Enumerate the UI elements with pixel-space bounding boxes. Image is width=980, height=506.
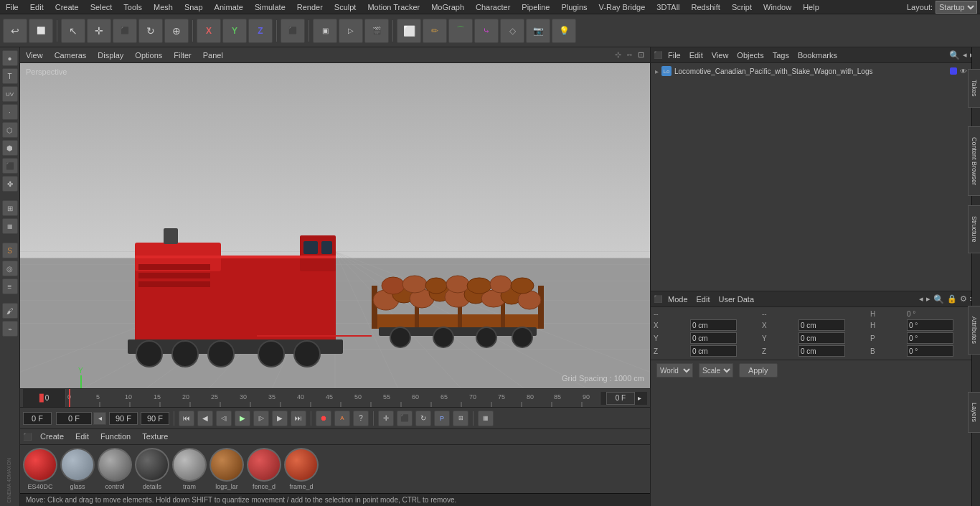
viewport-icon-2[interactable]: ↔ xyxy=(626,50,633,60)
structure-tab[interactable]: Structure xyxy=(968,205,980,253)
coord-x-pos2-input[interactable] xyxy=(798,319,845,331)
menu-script[interactable]: Script xyxy=(726,1,758,13)
redo-button[interactable]: ⬜ xyxy=(29,19,53,43)
coord-h-input[interactable] xyxy=(907,319,953,331)
attr-settings-icon[interactable]: ⚙ xyxy=(960,294,967,304)
coord-x-pos-input[interactable] xyxy=(690,319,737,331)
pauto-key-button[interactable]: P xyxy=(434,411,450,426)
viewport-menu-filter[interactable]: Filter xyxy=(171,50,194,61)
coord-b-input[interactable] xyxy=(907,345,953,357)
menu-pipeline[interactable]: Pipeline xyxy=(516,1,555,13)
material-item-2[interactable]: control xyxy=(98,448,132,490)
objects-collapse-icon[interactable]: ◂ xyxy=(963,50,967,60)
rotate-tool-button[interactable]: ↻ xyxy=(138,19,163,43)
camera-button[interactable]: 📷 xyxy=(526,19,550,43)
menu-motion-tracker[interactable]: Motion Tracker xyxy=(362,1,425,13)
transform-tool-button[interactable]: ⊕ xyxy=(164,19,189,43)
menu-animate[interactable]: Animate xyxy=(209,1,249,13)
menu-mesh[interactable]: Mesh xyxy=(148,1,179,13)
coord-p-input[interactable] xyxy=(907,332,953,344)
menu-plugins[interactable]: Plugins xyxy=(555,1,593,13)
object-mode-button[interactable]: ⬛ xyxy=(281,19,305,43)
mode-btn-1[interactable]: ● xyxy=(2,50,18,66)
objects-search-icon[interactable]: 🔍 xyxy=(949,50,960,60)
obj-menu-file[interactable]: File xyxy=(665,50,684,61)
grid-btn[interactable]: ▦ xyxy=(2,218,18,234)
viewport-menu-view[interactable]: View xyxy=(23,50,46,61)
timeline-end-btn[interactable]: ▸ xyxy=(638,394,641,402)
prev-key-button[interactable]: ◁| xyxy=(216,411,232,426)
menu-mograph[interactable]: MoGraph xyxy=(425,1,470,13)
obj-menu-tags[interactable]: Tags xyxy=(770,50,792,61)
solo-btn[interactable]: S xyxy=(2,243,18,258)
frame-arrow-left[interactable]: ◂ xyxy=(93,412,106,425)
viewport-menu-cameras[interactable]: Cameras xyxy=(52,50,90,61)
mat-menu-create[interactable]: Create xyxy=(37,431,67,442)
mode-btn-7[interactable]: ⬛ xyxy=(2,158,18,174)
record-button[interactable]: ⏺ xyxy=(316,411,331,426)
undo-button[interactable]: ↩ xyxy=(3,19,27,43)
menu-window[interactable]: Window xyxy=(758,1,797,13)
mode-btn-5[interactable]: ⬡ xyxy=(2,122,18,138)
x-axis-button[interactable]: X xyxy=(197,19,221,43)
obj-menu-view[interactable]: View xyxy=(709,50,732,61)
scale-tool-button[interactable]: ⬛ xyxy=(113,19,137,43)
menu-simulate[interactable]: Simulate xyxy=(249,1,291,13)
menu-character[interactable]: Character xyxy=(470,1,516,13)
deformer-button[interactable]: ⤷ xyxy=(474,19,499,43)
scale-keys-button[interactable]: ⬛ xyxy=(397,411,413,426)
timeline-current-frame[interactable] xyxy=(606,392,635,405)
frame-current-input[interactable] xyxy=(56,412,92,425)
obj-expand-icon[interactable]: ▸ xyxy=(655,67,659,75)
material-item-5[interactable]: logs_lar xyxy=(209,448,244,490)
y-axis-button[interactable]: Y xyxy=(222,19,247,43)
pen-button[interactable]: ✏ xyxy=(423,19,447,43)
obj-visibility-icon[interactable]: 👁 xyxy=(960,67,967,75)
layer-btn[interactable]: ≡ xyxy=(2,278,18,294)
menu-redshift[interactable]: Redshift xyxy=(686,1,726,13)
mode-btn-3[interactable]: UV xyxy=(2,86,18,102)
viewport-canvas[interactable]: X Y Z Perspective Grid Spacing : 1000 cm xyxy=(20,63,650,388)
paint-btn[interactable]: 🖌 xyxy=(2,303,18,319)
coord-y-pos-input[interactable] xyxy=(690,332,737,344)
menu-edit[interactable]: Edit xyxy=(24,1,50,13)
menu-file[interactable]: File xyxy=(0,1,24,13)
takes-tab[interactable]: Takes xyxy=(968,69,980,108)
spline-button[interactable]: ⌒ xyxy=(448,19,473,43)
viewport-icon-3[interactable]: ⊡ xyxy=(638,50,644,60)
menu-create[interactable]: Create xyxy=(50,1,85,13)
rotate-keys-button[interactable]: ↻ xyxy=(415,411,431,426)
next-key-button[interactable]: |▷ xyxy=(253,411,269,426)
menu-vray[interactable]: V-Ray Bridge xyxy=(593,1,651,13)
viewport-menu-panel[interactable]: Panel xyxy=(200,50,226,61)
sculpt-btn[interactable]: ⌁ xyxy=(2,321,18,337)
obj-menu-objects[interactable]: Objects xyxy=(734,50,766,61)
mode-btn-8[interactable]: ✤ xyxy=(2,176,18,192)
obj-menu-edit[interactable]: Edit xyxy=(687,50,706,61)
material-item-3[interactable]: details xyxy=(135,448,169,490)
menu-help[interactable]: Help xyxy=(797,1,825,13)
z-axis-button[interactable]: Z xyxy=(248,19,273,43)
nurbs-button[interactable]: ◇ xyxy=(500,19,524,43)
viewport-icon-1[interactable]: ⊹ xyxy=(615,50,621,60)
material-item-1[interactable]: glass xyxy=(60,448,95,490)
keyframe-all-button[interactable]: ⊞ xyxy=(453,411,468,426)
light-button[interactable]: 💡 xyxy=(552,19,576,43)
attr-menu-userdata[interactable]: User Data xyxy=(716,294,758,305)
goto-start-button[interactable]: ⏮ xyxy=(179,411,194,426)
mode-btn-4[interactable]: · xyxy=(2,104,18,120)
content-browser-tab[interactable]: Content Browser xyxy=(968,126,980,196)
move-tool-button[interactable]: ✛ xyxy=(87,19,111,43)
mat-menu-texture[interactable]: Texture xyxy=(139,431,171,442)
layers-tab[interactable]: Layers xyxy=(968,392,980,433)
frame-end-input-1[interactable] xyxy=(109,412,138,425)
obj-menu-bookmarks[interactable]: Bookmarks xyxy=(795,50,840,61)
menu-sculpt[interactable]: Sculpt xyxy=(329,1,362,13)
menu-render[interactable]: Render xyxy=(291,1,329,13)
auto-key-button[interactable]: A xyxy=(334,411,350,426)
menu-snap[interactable]: Snap xyxy=(179,1,209,13)
timeline[interactable]: ▊ 0 0 5 10 15 20 25 30 xyxy=(20,388,650,407)
help-button[interactable]: ? xyxy=(353,411,369,426)
play-button[interactable]: ▶ xyxy=(235,411,250,426)
cube-button[interactable]: ⬜ xyxy=(397,19,421,43)
